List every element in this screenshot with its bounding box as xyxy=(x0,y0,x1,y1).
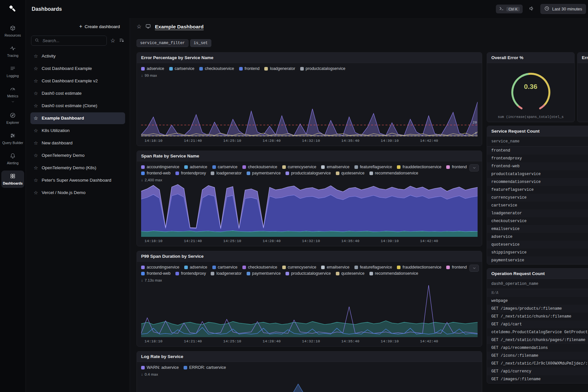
legend-item-quoteservice[interactable]: quoteservice xyxy=(336,171,365,175)
table-row[interactable]: N/A xyxy=(487,289,588,297)
dash0-logo[interactable] xyxy=(8,4,18,15)
legend-item-paymentservice[interactable]: paymentservice xyxy=(247,171,281,175)
table-row[interactable]: GET /api/cart xyxy=(487,320,588,328)
legend-item-loadgenerator[interactable]: loadgenerator xyxy=(264,66,295,71)
table-row[interactable]: paymentservice72 xyxy=(487,256,588,264)
command-palette-button[interactable]: Ctrl K xyxy=(496,5,523,13)
legend-item-adservice[interactable]: adservice xyxy=(184,265,207,270)
legend-item-productcatalogservice[interactable]: productcatalogservice xyxy=(286,271,331,276)
legend-item-error-cartservice[interactable]: ERROR: cartservice xyxy=(184,365,226,370)
filter-chip-service-name-filter[interactable]: service_name_filter xyxy=(137,39,188,47)
table-row[interactable]: GET /api/currency xyxy=(487,368,588,375)
table-row[interactable]: cartservice1,23 xyxy=(487,202,588,209)
legend-item-productcatalogservice[interactable]: productcatalogservice xyxy=(286,171,331,175)
table-row[interactable]: productcatalogservice3,99 xyxy=(487,170,588,178)
table-row[interactable]: checkoutservice322 xyxy=(487,217,588,225)
legend-item-loadgenerator[interactable]: loadgenerator xyxy=(211,271,241,276)
legend-item-frontend-web[interactable]: frontend-web xyxy=(141,271,171,276)
legend-item-checkoutservice[interactable]: checkoutservice xyxy=(199,66,234,71)
table-row[interactable]: GET /_next/static/CJr9clX00WXMduPmIjdez/… xyxy=(487,360,588,368)
table-row[interactable]: GET /_next/static/chunks/pages/:filename xyxy=(487,336,588,344)
table-row[interactable]: GET /icons/:filename xyxy=(487,352,588,360)
sidebar-item-cost-dashboard-example-v2[interactable]: ☆Cost Dashboard Example v2 xyxy=(30,75,125,87)
rail-item-tracing[interactable]: Tracing xyxy=(1,43,24,60)
legend-item-cartservice[interactable]: cartservice xyxy=(169,66,194,71)
rail-item-query-builder[interactable]: Query Builder xyxy=(1,130,24,147)
table-row[interactable]: adservice83 xyxy=(487,233,588,241)
chart-p99-duration[interactable] xyxy=(141,284,478,337)
chart-error-percentage[interactable]: 201 xyxy=(141,79,478,137)
table-row[interactable]: emailservice96 xyxy=(487,225,588,233)
sidebar-item-vercel-node-js-demo[interactable]: ☆Vercel / Node.js Demo xyxy=(30,187,125,199)
table-row[interactable]: featureflagservice2,12 xyxy=(487,186,588,194)
table-row[interactable]: currencyservice1,26 xyxy=(487,194,588,202)
legend-item-frontend[interactable]: frontend xyxy=(239,66,260,71)
table-row[interactable]: recommendationservice2,46 xyxy=(487,178,588,186)
table-row[interactable]: GET /images/products/:filename xyxy=(487,305,588,313)
table-row[interactable]: shippingservice72 xyxy=(487,249,588,256)
legend-item-frontend-web[interactable]: frontend-web xyxy=(141,171,171,175)
sidebar-item-dash0-cost-estimate[interactable]: ☆Dash0 cost estimate xyxy=(30,88,125,99)
legend-item-paymentservice[interactable]: paymentservice xyxy=(247,271,281,276)
legend-item-cartservice[interactable]: cartservice xyxy=(212,265,237,270)
table-row[interactable]: frontendproxy24,7 xyxy=(487,155,588,162)
filter-chip-is-set[interactable]: is_set xyxy=(190,39,211,47)
legend-item-quoteservice[interactable]: quoteservice xyxy=(336,271,365,276)
legend-item-emailservice[interactable]: emailservice xyxy=(321,265,349,270)
table-row[interactable]: oteldemo.ProductCatalogService GetProduc… xyxy=(487,328,588,336)
table-row[interactable]: webpage xyxy=(487,297,588,305)
legend-item-accountingservice[interactable]: accountingservice xyxy=(141,265,179,270)
sidebar-item-k8s-utilization[interactable]: ☆K8s Utilization xyxy=(30,125,125,137)
legend-item-productcatalogservice[interactable]: productcatalogservice xyxy=(300,66,346,71)
rail-item-logging[interactable]: Logging xyxy=(1,63,24,80)
table-row[interactable]: frontend39,6 xyxy=(487,147,588,155)
legend-item-frontendproxy[interactable]: frontendproxy xyxy=(175,271,206,276)
table-row[interactable]: quoteservice72 xyxy=(487,241,588,249)
legend-item-frontend[interactable]: frontend xyxy=(446,165,467,169)
sort-icon[interactable] xyxy=(119,38,124,44)
legend-expand-button[interactable] xyxy=(469,164,479,172)
table-row[interactable]: frontend-web7,18 xyxy=(487,162,588,170)
legend-item-checkoutservice[interactable]: checkoutservice xyxy=(242,165,277,169)
chart-log-rate[interactable] xyxy=(141,378,478,392)
search-input[interactable] xyxy=(42,38,103,43)
legend-item-currencyservice[interactable]: currencyservice xyxy=(282,165,317,169)
table-row[interactable]: GET /api/recommendations xyxy=(487,344,588,352)
legend-item-recommendationservice[interactable]: recommendationservice xyxy=(369,271,418,276)
legend-item-warn-adservice[interactable]: WARN: adservice xyxy=(141,365,179,370)
rail-item-metrics[interactable]: Metrics xyxy=(1,83,24,106)
legend-item-adservice[interactable]: adservice xyxy=(141,66,164,71)
table-row[interactable]: GET /images/:filename xyxy=(487,375,588,383)
sidebar-item-opentelemetry-demo[interactable]: ☆OpenTelemetry Demo xyxy=(30,150,125,161)
rail-item-resources[interactable]: Resources xyxy=(1,23,24,40)
legend-item-currencyservice[interactable]: currencyservice xyxy=(282,265,317,270)
legend-item-loadgenerator[interactable]: loadgenerator xyxy=(211,171,241,175)
rail-item-alerting[interactable]: Alerting xyxy=(1,150,24,168)
rail-item-dashboards[interactable]: Dashboards xyxy=(1,171,24,188)
create-dashboard-button[interactable]: + Create dashboard xyxy=(77,21,122,32)
rail-item-explorer[interactable]: Explorer xyxy=(1,110,24,127)
legend-item-accountingservice[interactable]: accountingservice xyxy=(141,165,179,169)
legend-item-frontend[interactable]: frontend xyxy=(446,265,467,270)
sidebar-item-cost-dashboard-example[interactable]: ☆Cost Dashboard Example xyxy=(30,63,125,74)
announcements-button[interactable] xyxy=(527,4,536,14)
legend-item-cartservice[interactable]: cartservice xyxy=(212,165,237,169)
legend-item-frauddetectionservice[interactable]: frauddetectionservice xyxy=(397,265,441,270)
table-row[interactable]: loadgenerator360 xyxy=(487,209,588,217)
sidebar-item-opentelemetry-demo-k8s[interactable]: ☆OpenTelemetry Demo (K8s) xyxy=(30,162,125,174)
legend-item-featureflagservice[interactable]: featureflagservice xyxy=(354,265,392,270)
chart-span-rate[interactable] xyxy=(141,184,478,237)
sidebar-item-dash0-cost-estimate-clone[interactable]: ☆Dash0 cost estimate (Clone) xyxy=(30,100,125,112)
legend-item-adservice[interactable]: adservice xyxy=(184,165,207,169)
legend-item-checkoutservice[interactable]: checkoutservice xyxy=(242,265,277,270)
legend-item-emailservice[interactable]: emailservice xyxy=(321,165,349,169)
legend-expand-button[interactable] xyxy=(469,265,479,272)
favorite-star-icon[interactable]: ☆ xyxy=(137,23,141,30)
table-row[interactable]: GET /_next/static/chunks/:filename xyxy=(487,313,588,320)
sidebar-item-example-dashboard[interactable]: ☆Example Dashboard xyxy=(30,112,125,124)
favorites-filter-icon[interactable]: ☆ xyxy=(110,38,115,43)
legend-item-frauddetectionservice[interactable]: frauddetectionservice xyxy=(397,165,441,169)
time-range-selector[interactable]: Last 30 minutes xyxy=(540,4,586,14)
legend-item-recommendationservice[interactable]: recommendationservice xyxy=(369,171,418,175)
legend-item-featureflagservice[interactable]: featureflagservice xyxy=(354,165,392,169)
